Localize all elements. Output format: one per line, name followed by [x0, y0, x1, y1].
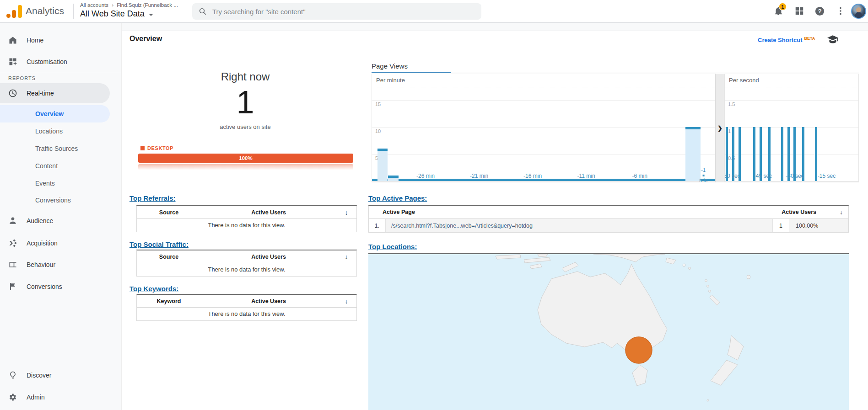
clock-icon	[8, 89, 17, 98]
search-input[interactable]	[212, 8, 459, 16]
top-keywords-table: Keyword Active Users ↓ There is no data …	[136, 294, 357, 321]
desktop-share-bar[interactable]: 100%	[138, 154, 353, 163]
sidebar: Home Customisation REPORTS Real-time Ove…	[0, 23, 122, 410]
sort-descending-icon[interactable]: ↓	[336, 253, 356, 261]
sidebar-item-conversions[interactable]: Conversions	[0, 277, 110, 296]
sidebar-item-events[interactable]: Events	[0, 175, 110, 192]
top-social-table: Source Active Users ↓ There is no data f…	[136, 250, 357, 277]
breadcrumb-all-accounts[interactable]: All accounts	[80, 2, 108, 8]
avatar[interactable]	[851, 4, 866, 19]
apps-grid-icon	[794, 6, 804, 16]
per-minute-chart[interactable]: 51015-26 min-21 min-16 min-11 min-6 min-…	[372, 74, 715, 182]
property-selector[interactable]: All Web Site Data	[80, 9, 153, 19]
sidebar-item-realtime[interactable]: Real-time	[0, 83, 110, 103]
content-top-strip	[122, 23, 868, 31]
beta-badge: BETA	[804, 36, 815, 41]
main-content: Overview Create Shortcut BETA Right now …	[122, 23, 868, 410]
per-minute-label: Per minute	[376, 77, 405, 84]
sidebar-item-overview[interactable]: Overview	[0, 105, 110, 122]
notifications-button[interactable]: 1	[773, 6, 784, 17]
column-keyword[interactable]: Keyword	[137, 298, 201, 304]
chevron-right-icon: ❯	[717, 125, 722, 132]
create-shortcut-button[interactable]: Create Shortcut	[758, 37, 803, 43]
analytics-logo-icon[interactable]	[6, 4, 22, 19]
top-referrals-heading[interactable]: Top Referrals:	[129, 194, 176, 202]
top-active-pages-table: Active Page Active Users ↓ 1. /s/search.…	[368, 205, 849, 233]
sidebar-item-home[interactable]: Home	[0, 31, 110, 49]
help-button[interactable]: ?	[814, 6, 825, 17]
top-active-pages-heading[interactable]: Top Active Pages:	[368, 194, 427, 202]
reports-section-label: REPORTS	[8, 75, 36, 81]
sidebar-item-customisation[interactable]: Customisation	[0, 53, 110, 71]
top-keywords-heading[interactable]: Top Keywords:	[129, 285, 178, 293]
sidebar-item-traffic-sources[interactable]: Traffic Sources	[0, 140, 110, 157]
table-row: 1. /s/search.html?f.Tabs|one...web=Artic…	[369, 219, 848, 232]
column-active-users[interactable]: Active Users	[201, 209, 336, 216]
column-source[interactable]: Source	[137, 209, 201, 216]
chart-collapse-handle[interactable]: ❯	[715, 74, 724, 182]
active-users-location-dot[interactable]	[625, 337, 652, 363]
page-views-rule	[451, 73, 859, 73]
active-users-count: 1	[122, 84, 369, 121]
sidebar-item-behaviour[interactable]: Behaviour	[0, 256, 110, 274]
map-vanuatu	[705, 280, 707, 282]
column-active-users[interactable]: Active Users	[201, 254, 336, 260]
sort-descending-icon[interactable]: ↓	[336, 298, 356, 305]
active-users-subtitle: active users on site	[122, 123, 369, 130]
map-solomons	[689, 267, 691, 270]
top-locations-map[interactable]	[368, 253, 849, 410]
sidebar-item-discover[interactable]: Discover	[0, 366, 110, 384]
sort-descending-icon[interactable]: ↓	[840, 208, 843, 216]
product-name: Analytics	[26, 5, 64, 16]
per-second-chart-panel: Per second 0.511.5-60 sec-45 sec-30 sec-…	[724, 74, 859, 182]
page-views-tab-indicator	[372, 72, 451, 73]
sidebar-item-locations[interactable]: Locations	[0, 122, 110, 140]
sidebar-divider	[0, 72, 122, 72]
search-icon	[199, 7, 207, 16]
column-source[interactable]: Source	[137, 254, 201, 260]
global-search[interactable]	[192, 3, 481, 20]
help-icon: ?	[814, 6, 825, 16]
flag-icon	[8, 282, 17, 291]
column-active-users[interactable]: Active Users	[201, 298, 336, 304]
notification-badge: 1	[779, 3, 787, 11]
more-menu-button[interactable]	[836, 6, 846, 17]
acquisition-branch-icon	[8, 239, 17, 248]
right-now-title: Right now	[122, 70, 369, 83]
breadcrumb-account[interactable]: Find.Squiz (Funnelback ...	[117, 2, 178, 8]
map-solomons	[683, 264, 685, 266]
map-vanuatu	[709, 290, 711, 293]
sidebar-item-audience[interactable]: Audience	[0, 212, 110, 230]
breadcrumb[interactable]: All accounts › Find.Squiz (Funnelback ..…	[80, 2, 178, 8]
property-caret-icon	[149, 14, 153, 16]
column-active-users[interactable]: Active Users	[782, 209, 816, 215]
empty-row: There is no data for this view.	[137, 263, 356, 276]
active-page-link[interactable]: /s/search.html?f.Tabs|one...web=Articles…	[391, 223, 533, 229]
sidebar-item-admin[interactable]: Admin	[0, 388, 110, 406]
device-legend: DESKTOP	[140, 145, 173, 151]
per-second-chart[interactable]: 0.511.5-60 sec-45 sec-30 sec-15 sec	[725, 74, 858, 182]
page-title: Overview	[129, 35, 162, 43]
map-small-island	[707, 399, 709, 401]
sidebar-item-realtime-conversions[interactable]: Conversions	[0, 192, 110, 209]
home-icon	[8, 36, 17, 45]
sidebar-item-acquisition[interactable]: Acquisition	[0, 234, 110, 252]
property-name[interactable]: All Web Site Data	[80, 9, 145, 19]
apps-grid-button[interactable]	[794, 6, 805, 17]
row-rank: 1.	[369, 219, 385, 232]
empty-row: There is no data for this view.	[137, 219, 356, 232]
page-views-title: Page Views	[372, 62, 408, 70]
map-vanuatu	[707, 285, 709, 288]
per-second-label: Per second	[729, 77, 759, 84]
top-social-heading[interactable]: Top Social Traffic:	[129, 240, 189, 248]
sidebar-item-content[interactable]: Content	[0, 157, 110, 175]
lightbulb-icon	[8, 371, 17, 380]
map-sulawesi	[538, 254, 548, 257]
column-active-page[interactable]: Active Page	[383, 209, 415, 215]
education-cap-icon[interactable]	[827, 35, 839, 47]
svg-text:?: ?	[818, 8, 821, 15]
top-locations-heading[interactable]: Top Locations:	[368, 243, 417, 250]
sort-descending-icon[interactable]: ↓	[336, 209, 356, 216]
breadcrumb-chevron-icon: ›	[112, 2, 113, 8]
person-icon	[8, 216, 17, 225]
